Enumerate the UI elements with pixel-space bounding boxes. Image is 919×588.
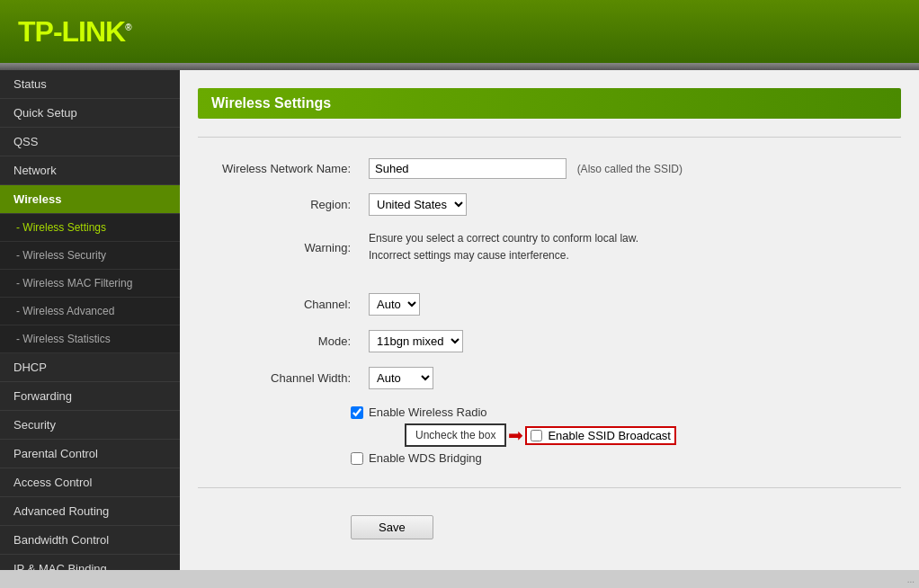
wds-bridging-label: Enable WDS Bridging [369, 451, 482, 465]
sidebar-item-quick-setup[interactable]: Quick Setup [0, 99, 180, 128]
wireless-radio-label: Enable Wireless Radio [369, 405, 487, 419]
ssid-broadcast-checkbox[interactable] [531, 430, 542, 441]
channel-width-row: Channel Width: Auto 20MHz 40MHz [198, 360, 901, 396]
annotation-container: Uncheck the box ➡ [405, 423, 525, 447]
save-button[interactable]: Save [351, 515, 433, 539]
mode-select[interactable]: 11bgn mixed 11bg mixed 11b only 11g only… [369, 330, 463, 352]
warning-text-cell: Ensure you select a correct country to c… [360, 223, 901, 272]
logo-text: TP-LINK [18, 15, 125, 48]
annotation-arrow-icon: ➡ [508, 424, 523, 446]
mode-row: Mode: 11bgn mixed 11bg mixed 11b only 11… [198, 323, 901, 360]
channel-value-cell: Auto 1234 5678 91011 [360, 286, 901, 323]
sidebar-item-security[interactable]: Security [0, 411, 180, 440]
wds-bridging-row: Enable WDS Bridging [351, 451, 901, 465]
checkboxes-section: Enable Wireless Radio Uncheck the box ➡ … [198, 396, 901, 474]
bottom-divider [198, 487, 901, 488]
region-value-cell: United States Canada Europe Australia [360, 186, 901, 223]
warning-text: Ensure you select a correct country to c… [369, 230, 892, 264]
spacer-row [198, 272, 901, 286]
warning-row: Warning: Ensure you select a correct cou… [198, 223, 901, 272]
sidebar: Status Quick Setup QSS Network Wireless … [0, 70, 180, 570]
sidebar-item-wireless-advanced[interactable]: - Wireless Advanced [0, 298, 180, 325]
sidebar-item-wireless-settings[interactable]: - Wireless Settings [0, 214, 180, 242]
network-name-input[interactable] [369, 158, 567, 179]
wds-bridging-checkbox[interactable] [351, 452, 363, 465]
sidebar-item-wireless-security[interactable]: - Wireless Security [0, 242, 180, 270]
warning-line1: Ensure you select a correct country to c… [369, 232, 638, 245]
ssid-broadcast-annotation-row: Uncheck the box ➡ Enable SSID Broadcast [351, 423, 901, 447]
sidebar-item-parental-control[interactable]: Parental Control [0, 440, 180, 468]
footer-dots: ... [907, 575, 915, 584]
annotation-box: Uncheck the box [405, 423, 506, 447]
sub-header-bar [0, 63, 919, 70]
region-label: Region: [198, 186, 360, 223]
mode-label: Mode: [198, 323, 360, 360]
region-row: Region: United States Canada Europe Aust… [198, 186, 901, 223]
wireless-radio-checkbox[interactable] [351, 406, 363, 419]
wireless-radio-row: Enable Wireless Radio [351, 405, 901, 419]
ssid-broadcast-label: Enable SSID Broadcast [548, 429, 671, 442]
logo-registered: ® [125, 22, 130, 32]
sidebar-item-wireless-mac-filtering[interactable]: - Wireless MAC Filtering [0, 270, 180, 298]
warning-label: Warning: [198, 223, 360, 272]
save-section: Save [198, 502, 901, 553]
settings-form: Wireless Network Name: (Also called the … [198, 151, 901, 396]
header: TP-LINK® [0, 0, 919, 63]
sidebar-item-wireless[interactable]: Wireless [0, 185, 180, 214]
network-name-row: Wireless Network Name: (Also called the … [198, 151, 901, 186]
ssid-note: (Also called the SSID) [577, 163, 683, 175]
sidebar-item-advanced-routing[interactable]: Advanced Routing [0, 497, 180, 526]
network-name-label: Wireless Network Name: [198, 151, 360, 186]
sidebar-item-qss[interactable]: QSS [0, 128, 180, 156]
channel-width-value-cell: Auto 20MHz 40MHz [360, 360, 901, 396]
ssid-broadcast-highlight: Enable SSID Broadcast [525, 426, 676, 445]
network-name-value-cell: (Also called the SSID) [360, 151, 901, 186]
footer-bar: ... [0, 570, 919, 588]
channel-row: Channel: Auto 1234 5678 91011 [198, 286, 901, 323]
sidebar-item-access-control[interactable]: Access Control [0, 468, 180, 497]
channel-width-label: Channel Width: [198, 360, 360, 396]
content-area: Wireless Settings Wireless Network Name:… [180, 70, 919, 570]
sidebar-item-dhcp[interactable]: DHCP [0, 353, 180, 382]
sidebar-item-network[interactable]: Network [0, 156, 180, 185]
region-select[interactable]: United States Canada Europe Australia [369, 193, 467, 216]
warning-line2: Incorrect settings may cause interferenc… [369, 249, 569, 262]
sidebar-item-ip-mac-binding[interactable]: IP & MAC Binding [0, 555, 180, 570]
sidebar-item-wireless-statistics[interactable]: - Wireless Statistics [0, 325, 180, 353]
sidebar-item-status[interactable]: Status [0, 70, 180, 99]
channel-select[interactable]: Auto 1234 5678 91011 [369, 293, 420, 316]
page-title: Wireless Settings [198, 88, 901, 119]
logo: TP-LINK® [18, 15, 131, 49]
channel-label: Channel: [198, 286, 360, 323]
sidebar-item-bandwidth-control[interactable]: Bandwidth Control [0, 526, 180, 555]
main-layout: Status Quick Setup QSS Network Wireless … [0, 70, 919, 570]
mode-value-cell: 11bgn mixed 11bg mixed 11b only 11g only… [360, 323, 901, 360]
sidebar-item-forwarding[interactable]: Forwarding [0, 382, 180, 411]
channel-width-select[interactable]: Auto 20MHz 40MHz [369, 367, 433, 389]
top-divider [198, 137, 901, 138]
